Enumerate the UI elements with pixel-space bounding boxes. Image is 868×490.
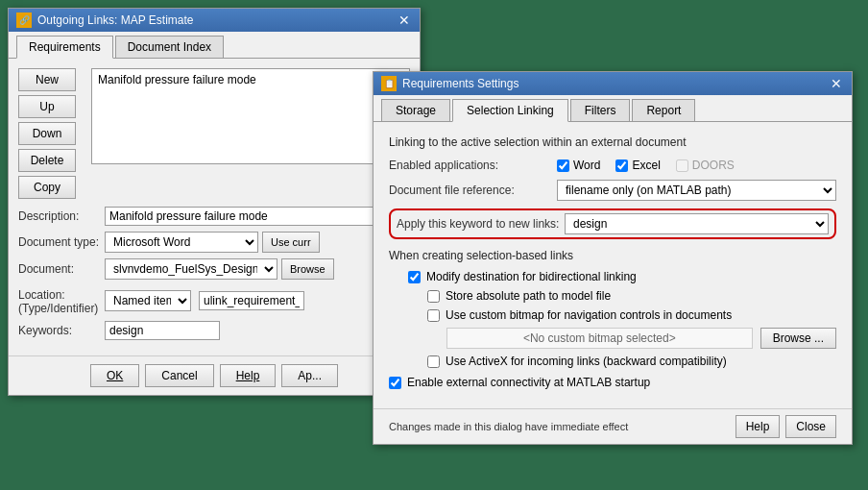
bitmap-browse-row: <No custom bitmap selected> Browse ... <box>408 328 836 349</box>
tab-requirements[interactable]: Requirements <box>16 36 113 59</box>
help-button[interactable]: Help <box>220 364 277 387</box>
location-type-select[interactable]: Named item Section ID <box>105 290 191 311</box>
tab-storage[interactable]: Storage <box>381 99 450 121</box>
settings-help-button[interactable]: Help <box>735 415 781 438</box>
copy-button[interactable]: Copy <box>18 176 76 199</box>
title-left: 🔗 Outgoing Links: MAP Estimate <box>16 12 194 28</box>
doors-checkbox <box>676 159 688 172</box>
store-absolute-row: Store absolute path to model file <box>408 289 836 303</box>
bitmap-browse-button[interactable]: Browse ... <box>760 328 836 349</box>
use-custom-bitmap-checkbox[interactable] <box>427 309 440 322</box>
requirements-settings-dialog: 📋 Requirements Settings ✕ Storage Select… <box>373 71 853 445</box>
description-row: Description: <box>18 207 410 226</box>
enable-external-label: Enable external connectivity at MATLAB s… <box>407 376 650 389</box>
description-label: Description: <box>18 209 105 223</box>
settings-content: Linking to the active selection within a… <box>374 122 852 408</box>
location-fields: Named item Section ID <box>105 290 304 311</box>
cancel-button[interactable]: Cancel <box>145 364 213 387</box>
keywords-label: Keywords: <box>18 324 105 337</box>
settings-close-button[interactable]: Close <box>785 415 836 438</box>
settings-titlebar: 📋 Requirements Settings ✕ <box>374 72 852 95</box>
use-activex-checkbox[interactable] <box>427 355 440 368</box>
tab-filters[interactable]: Filters <box>570 99 631 121</box>
footer-buttons: Help Close <box>735 415 836 438</box>
document-type-row: Document type: Microsoft Word Excel PDF … <box>18 232 410 253</box>
outgoing-footer: OK Cancel Help Ap... <box>9 355 420 395</box>
location-value-input[interactable] <box>199 291 304 310</box>
use-activex-label: Use ActiveX for incoming links (backward… <box>446 355 727 368</box>
document-label: Document: <box>18 262 105 276</box>
list-item[interactable]: Manifold pressure failure mode <box>94 71 407 88</box>
linking-title: Linking to the active selection within a… <box>389 135 836 149</box>
description-input[interactable] <box>105 207 410 226</box>
word-checkbox[interactable] <box>557 159 569 172</box>
settings-title-left: 📋 Requirements Settings <box>381 76 518 91</box>
outgoing-dialog-titlebar: 🔗 Outgoing Links: MAP Estimate ✕ <box>9 9 420 32</box>
document-row: Document: slvnvdemo_FuelSys_DesignDescr … <box>18 258 410 280</box>
checkboxes-section: Modify destination for bidirectional lin… <box>389 270 836 368</box>
keyword-select[interactable]: design <box>565 213 829 234</box>
settings-icon: 📋 <box>381 76 397 91</box>
doc-file-ref-select[interactable]: filename only (on MATLAB path) absolute … <box>557 180 836 201</box>
delete-button[interactable]: Delete <box>18 149 76 172</box>
keyword-label: Apply this keyword to new links: <box>397 217 565 231</box>
outgoing-dialog-title: Outgoing Links: MAP Estimate <box>37 13 194 27</box>
apps-checkboxes: Word Excel DOORS <box>557 159 735 172</box>
footer-note: Changes made in this dialog have immedia… <box>389 421 628 432</box>
location-row: Location: (Type/Identifier) Named item S… <box>18 285 410 315</box>
settings-title: Requirements Settings <box>402 77 518 90</box>
excel-checkbox[interactable] <box>615 159 628 172</box>
enable-external-checkbox[interactable] <box>389 377 401 389</box>
location-label: Location: (Type/Identifier) <box>18 285 105 315</box>
keywords-input[interactable] <box>105 321 220 340</box>
store-absolute-checkbox[interactable] <box>427 290 440 303</box>
keywords-row: Keywords: <box>18 321 410 340</box>
doors-label: DOORS <box>692 159 735 172</box>
tab-report[interactable]: Report <box>632 99 695 121</box>
ok-button[interactable]: OK <box>90 364 139 387</box>
excel-label: Excel <box>632 159 660 172</box>
new-button[interactable]: New <box>18 68 76 91</box>
list-section: New Up Down Delete Copy Manifold pressur… <box>18 68 410 199</box>
down-button[interactable]: Down <box>18 122 76 145</box>
document-type-label: Document type: <box>18 235 105 249</box>
up-button[interactable]: Up <box>18 95 76 118</box>
settings-footer: Changes made in this dialog have immedia… <box>374 408 852 444</box>
enabled-apps-label: Enabled applications: <box>389 159 557 172</box>
outgoing-close-button[interactable]: ✕ <box>397 13 412 27</box>
side-buttons: New Up Down Delete Copy <box>18 68 76 199</box>
apply-button[interactable]: Ap... <box>281 364 338 387</box>
outgoing-links-dialog: 🔗 Outgoing Links: MAP Estimate ✕ Require… <box>8 8 421 396</box>
browse-document-button[interactable]: Browse <box>281 258 334 280</box>
settings-tabs: Storage Selection Linking Filters Report <box>374 95 852 122</box>
no-bitmap-text: <No custom bitmap selected> <box>446 328 753 349</box>
modify-destination-row: Modify destination for bidirectional lin… <box>408 270 836 283</box>
use-activex-row: Use ActiveX for incoming links (backward… <box>408 355 836 368</box>
store-absolute-label: Store absolute path to model file <box>446 289 611 303</box>
doors-checkbox-label: DOORS <box>676 159 735 172</box>
use-custom-bitmap-label: Use custom bitmap for navigation control… <box>446 308 732 322</box>
outgoing-dialog-content: New Up Down Delete Copy Manifold pressur… <box>9 59 420 355</box>
dialog-icon: 🔗 <box>16 12 32 28</box>
outgoing-tabs: Requirements Document Index <box>9 32 420 59</box>
document-type-select[interactable]: Microsoft Word Excel PDF <box>105 232 258 253</box>
tab-selection-linking[interactable]: Selection Linking <box>452 99 568 122</box>
use-curr-button[interactable]: Use curr <box>262 232 320 253</box>
when-creating-title: When creating selection-based links <box>389 249 836 262</box>
word-checkbox-label[interactable]: Word <box>557 159 600 172</box>
enable-external-row: Enable external connectivity at MATLAB s… <box>389 376 836 389</box>
use-custom-bitmap-row: Use custom bitmap for navigation control… <box>408 308 836 322</box>
enabled-apps-row: Enabled applications: Word Excel DOORS <box>389 159 836 172</box>
word-label: Word <box>573 159 600 172</box>
links-list[interactable]: Manifold pressure failure mode <box>91 68 410 164</box>
settings-close-button[interactable]: ✕ <box>829 77 844 90</box>
keyword-row: Apply this keyword to new links: design <box>389 208 836 239</box>
modify-destination-label: Modify destination for bidirectional lin… <box>426 270 637 283</box>
document-select[interactable]: slvnvdemo_FuelSys_DesignDescr <box>105 258 277 280</box>
tab-document-index[interactable]: Document Index <box>115 36 224 58</box>
doc-file-ref-row: Document file reference: filename only (… <box>389 180 836 201</box>
doc-file-ref-label: Document file reference: <box>389 184 557 197</box>
excel-checkbox-label[interactable]: Excel <box>615 159 660 172</box>
modify-destination-checkbox[interactable] <box>408 271 421 283</box>
